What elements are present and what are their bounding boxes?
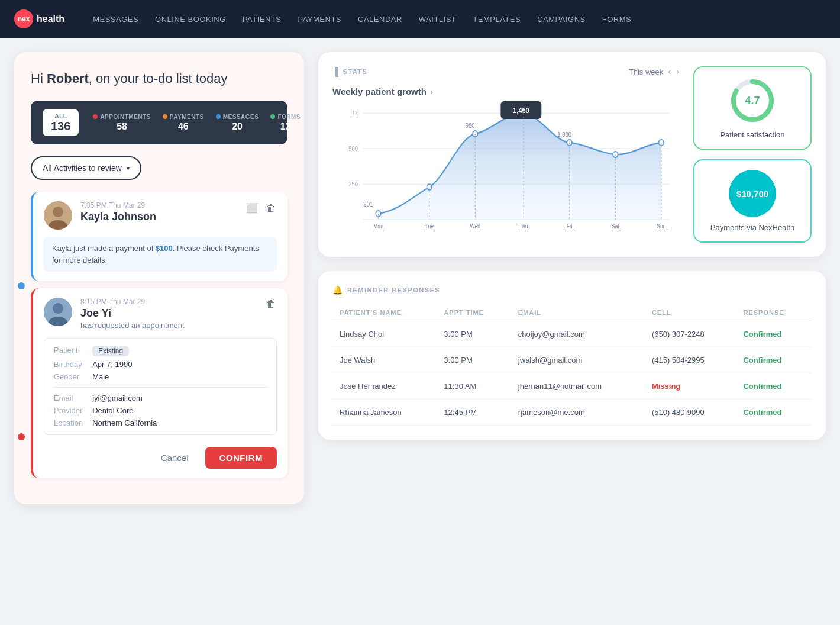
bell-icon: 🔔 bbox=[332, 285, 343, 295]
nav-forms[interactable]: FORMS bbox=[602, 14, 631, 24]
col-cell: CELL bbox=[645, 304, 736, 321]
appt-time-cell: 3:00 PM bbox=[437, 347, 511, 373]
stat-payments: PAYMENTS 46 bbox=[163, 114, 204, 132]
avatar-joe bbox=[44, 298, 72, 326]
forms-dot bbox=[270, 114, 275, 119]
donut-container: 4.7 bbox=[729, 77, 776, 124]
nav-online-booking[interactable]: ONLINE BOOKING bbox=[155, 14, 226, 24]
svg-text:Apr 5: Apr 5 bbox=[423, 230, 435, 231]
next-week-button[interactable]: › bbox=[676, 66, 679, 77]
payment-circle: $10,700 bbox=[729, 170, 776, 217]
open-external-button[interactable]: ⬜ bbox=[245, 201, 259, 215]
chart-container: 1k 500 250 bbox=[332, 101, 679, 231]
satisfaction-card: 4.7 Patient satisfaction bbox=[693, 66, 812, 150]
table-row: Joe Walsh3:00 PMjwalsh@gmail.com(415) 50… bbox=[332, 347, 812, 373]
svg-text:Apr 4: Apr 4 bbox=[372, 230, 385, 231]
svg-text:500: 500 bbox=[348, 145, 358, 152]
chart-area: ▐ STATS This week ‹ › Weekly patient gro… bbox=[332, 66, 679, 243]
delete-joe-button[interactable]: 🗑 bbox=[265, 298, 277, 311]
email-cell: jhernan11@hotmail.com bbox=[511, 373, 645, 400]
nav-campaigns[interactable]: CAMPAIGNS bbox=[537, 14, 586, 24]
nav-patients[interactable]: PATIENTS bbox=[243, 14, 282, 24]
col-email: EMAIL bbox=[511, 304, 645, 321]
chart-area-fill bbox=[379, 113, 661, 220]
avatar-kayla bbox=[44, 201, 72, 230]
cell-cell: (415) 504-2995 bbox=[645, 347, 736, 373]
card-footer: Cancel CONFIRM bbox=[44, 444, 277, 469]
svg-text:Apr 10: Apr 10 bbox=[654, 230, 668, 231]
patient-name-cell: Lindsay Choi bbox=[332, 321, 437, 347]
confirm-button[interactable]: CONFIRM bbox=[205, 447, 277, 469]
activity-card-joe: 8:15 PM Thu Mar 29 Joe Yi has requested … bbox=[31, 288, 287, 478]
left-panel-wrapper: Hi Robert, on your to-do list today ALL … bbox=[14, 52, 304, 504]
growth-arrow-icon: › bbox=[430, 86, 433, 96]
stat-messages: MESSAGES 20 bbox=[216, 114, 259, 132]
svg-text:980: 980 bbox=[466, 122, 475, 129]
stat-forms: FORMS 12 bbox=[270, 114, 301, 132]
svg-text:Apr 6: Apr 6 bbox=[469, 230, 482, 231]
svg-point-4 bbox=[53, 303, 63, 314]
stats-items: APPOINTMENTS 58 PAYMENTS 46 bbox=[93, 114, 301, 132]
nav-messages[interactable]: MESSAGES bbox=[93, 14, 138, 24]
bar-chart-icon: ▐ bbox=[332, 67, 339, 76]
payment-note: Kayla just made a payment of $100. Pleas… bbox=[44, 237, 277, 272]
cell-cell: (650) 307-2248 bbox=[645, 321, 736, 347]
nav-payments[interactable]: PAYMENTS bbox=[298, 14, 341, 24]
appointments-dot bbox=[93, 114, 98, 119]
activity-list: 7:35 PM Thu Mar 29 Kayla Johnson ⬜ 🗑 Kay… bbox=[31, 192, 287, 485]
svg-text:201: 201 bbox=[363, 201, 373, 208]
svg-text:1,000: 1,000 bbox=[557, 131, 571, 138]
chart-svg: 1k 500 250 bbox=[332, 101, 679, 231]
tooltip-value: 1,450 bbox=[513, 106, 529, 115]
logo[interactable]: nex health bbox=[14, 9, 64, 28]
patient-name-cell: Joe Walsh bbox=[332, 347, 437, 373]
stats-all: ALL 136 bbox=[43, 109, 79, 136]
logo-text: health bbox=[37, 14, 64, 24]
reminder-table: PATIENT'S NAME APPT TIME EMAIL CELL RESP… bbox=[332, 304, 812, 426]
cancel-button[interactable]: Cancel bbox=[151, 447, 198, 469]
nav-templates[interactable]: TEMPLATES bbox=[473, 14, 521, 24]
svg-text:Apr 8: Apr 8 bbox=[563, 230, 576, 231]
table-row: Jose Hernandez11:30 AMjhernan11@hotmail.… bbox=[332, 373, 812, 400]
stats-section: ▐ STATS This week ‹ › Weekly patient gro… bbox=[318, 52, 826, 257]
appt-time-cell: 12:45 PM bbox=[437, 400, 511, 426]
main-layout: Hi Robert, on your to-do list today ALL … bbox=[0, 38, 840, 518]
red-indicator-dot bbox=[18, 433, 25, 440]
blue-indicator-dot bbox=[18, 282, 25, 289]
svg-text:Wed: Wed bbox=[470, 223, 481, 230]
response-cell: Confirmed bbox=[736, 347, 812, 373]
table-row: Rhianna Jameson12:45 PMrjameson@me.com(5… bbox=[332, 400, 812, 426]
svg-text:Apr 7: Apr 7 bbox=[518, 230, 530, 231]
response-cell: Confirmed bbox=[736, 400, 812, 426]
svg-point-1 bbox=[53, 207, 63, 217]
prev-week-button[interactable]: ‹ bbox=[668, 66, 671, 77]
appt-time-cell: 11:30 AM bbox=[437, 373, 511, 400]
delete-kayla-button[interactable]: 🗑 bbox=[265, 202, 277, 215]
payments-dot bbox=[163, 114, 167, 119]
nav-waitlist[interactable]: WAITLIST bbox=[419, 14, 456, 24]
svg-text:Thu: Thu bbox=[519, 223, 528, 230]
navbar: nex health MESSAGES ONLINE BOOKING PATIE… bbox=[0, 0, 840, 38]
table-container: PATIENT'S NAME APPT TIME EMAIL CELL RESP… bbox=[332, 304, 812, 426]
right-panel: ▐ STATS This week ‹ › Weekly patient gro… bbox=[318, 52, 826, 504]
logo-icon: nex bbox=[14, 9, 33, 28]
response-cell: Confirmed bbox=[736, 321, 812, 347]
left-panel: Hi Robert, on your to-do list today ALL … bbox=[14, 52, 304, 504]
table-row: Lindsay Choi3:00 PMchoijoy@gmail.com(650… bbox=[332, 321, 812, 347]
svg-text:Sat: Sat bbox=[612, 223, 619, 230]
stat-appointments: APPOINTMENTS 58 bbox=[93, 114, 150, 132]
payments-card: $10,700 Payments via NexHealth bbox=[693, 159, 812, 243]
stats-bar: ALL 136 APPOINTMENTS 58 PAYMEN bbox=[31, 101, 287, 144]
patient-name-cell: Jose Hernandez bbox=[332, 373, 437, 400]
svg-text:1k: 1k bbox=[352, 109, 358, 117]
col-patient-name: PATIENT'S NAME bbox=[332, 304, 437, 321]
sidebar-cards: 4.7 Patient satisfaction $10,700 Payment… bbox=[693, 66, 812, 243]
activity-card-kayla: 7:35 PM Thu Mar 29 Kayla Johnson ⬜ 🗑 Kay… bbox=[31, 192, 287, 281]
reminder-section: 🔔 REMINDER RESPONSES PATIENT'S NAME APPT… bbox=[318, 271, 826, 440]
nav-calendar[interactable]: CALENDAR bbox=[358, 14, 402, 24]
patient-details: Patient Existing Birthday Apr 7, 1990 Ge… bbox=[44, 338, 277, 435]
email-cell: rjameson@me.com bbox=[511, 400, 645, 426]
appt-time-cell: 3:00 PM bbox=[437, 321, 511, 347]
filter-button[interactable]: All Activities to review ▾ bbox=[31, 156, 141, 180]
email-cell: choijoy@gmail.com bbox=[511, 321, 645, 347]
